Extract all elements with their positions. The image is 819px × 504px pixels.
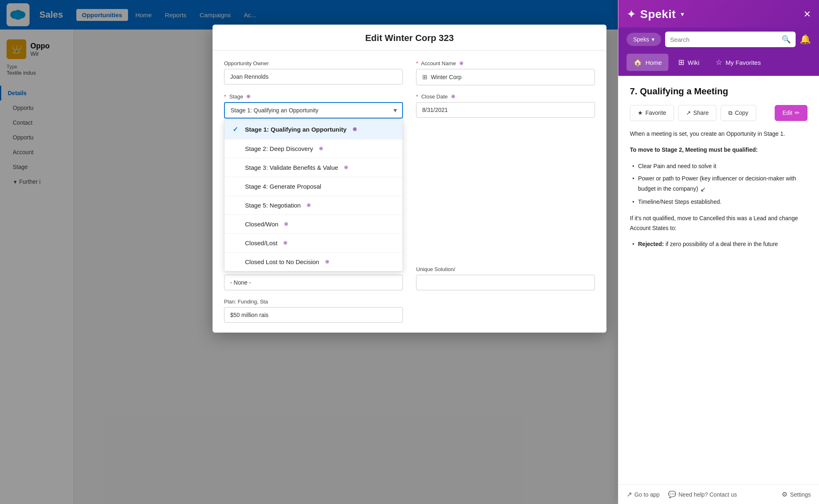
favorite-icon: ★ bbox=[638, 109, 643, 116]
bullet-item-2: Power or path to Power (key influencer o… bbox=[630, 174, 808, 195]
plan-funding-input[interactable] bbox=[224, 307, 403, 323]
modal-header: Edit Winter Corp 323 bbox=[213, 25, 606, 50]
spekit-footer: ↗ Go to app 💬 Need help? Contact us ⚙ Se… bbox=[618, 484, 819, 504]
spekit-speks-button[interactable]: Speks ▾ bbox=[627, 33, 661, 46]
stage-select-wrapper: Stage 1: Qualifying an Opportunity Stage… bbox=[224, 102, 403, 119]
copy-label: Copy bbox=[735, 109, 748, 116]
share-label: Share bbox=[693, 109, 709, 116]
dropdown-item-stage2[interactable]: Stage 2: Deep Discovery ❋ bbox=[224, 139, 403, 158]
spekit-tab-wiki[interactable]: ⊞ Wiki bbox=[672, 54, 706, 71]
plan-funding-label: Plan: Funding, Sta bbox=[224, 299, 403, 305]
stage-group: * Stage ❋ Stage 1: Qualifying an Opportu… bbox=[224, 94, 403, 119]
stage-select[interactable]: Stage 1: Qualifying an Opportunity Stage… bbox=[224, 102, 403, 119]
settings-label: Settings bbox=[790, 491, 811, 498]
account-name-label: * Account Name ❋ bbox=[416, 60, 595, 66]
article-action-buttons: ★ Favorite ↗ Share ⧉ Copy Edit ✏ bbox=[630, 105, 808, 121]
close-date-input[interactable] bbox=[416, 102, 595, 118]
edit-button[interactable]: Edit ✏ bbox=[775, 105, 808, 121]
need-help-link[interactable]: 💬 Need help? Contact us bbox=[668, 490, 737, 498]
share-icon: ↗ bbox=[686, 109, 691, 116]
favorites-icon: ☆ bbox=[716, 58, 722, 67]
unique-solution-input[interactable] bbox=[416, 275, 595, 290]
external-link-icon: ↗ bbox=[627, 490, 632, 498]
spekit-chevron-icon: ▾ bbox=[681, 10, 684, 18]
article-body-para2: To move to Stage 2, Meeting must be qual… bbox=[630, 145, 808, 155]
unique-solution-group: Unique Solution/ bbox=[416, 266, 595, 290]
favorite-button[interactable]: ★ Favorite bbox=[630, 105, 674, 121]
dropdown-item-closed-won[interactable]: Closed/Won ❋ bbox=[224, 215, 403, 234]
spekit-header: ✦ Spekit ▾ ✕ bbox=[618, 0, 819, 27]
dropdown-item-stage4[interactable]: Stage 4: Generate Proposal bbox=[224, 177, 403, 196]
spekit-nav-tabs: 🏠 Home ⊞ Wiki ☆ My Favorites bbox=[618, 54, 819, 76]
stage-dropdown: ✓ Stage 1: Qualifying an Opportunity ❋ S… bbox=[224, 119, 403, 271]
go-to-app-link[interactable]: ↗ Go to app bbox=[627, 490, 660, 498]
speks-chevron-icon: ▾ bbox=[652, 36, 654, 43]
spekit-search-area: Speks ▾ 🔍 🔔 bbox=[618, 27, 819, 54]
opportunity-owner-input[interactable] bbox=[224, 69, 403, 84]
dropdown-item-stage5[interactable]: Stage 5: Negotiation ❋ bbox=[224, 196, 403, 215]
account-name-group: * Account Name ❋ ⊞ Winter Corp bbox=[416, 60, 595, 85]
edit-label: Edit bbox=[782, 109, 792, 116]
spekit-panel: ✦ Spekit ▾ ✕ Speks ▾ 🔍 🔔 🏠 Home ⊞ Wiki ☆… bbox=[618, 0, 819, 504]
spekit-search-icon: 🔍 bbox=[782, 35, 791, 44]
bullet-item-rejected: Rejected: if zero possibility of a deal … bbox=[630, 239, 808, 249]
dropdown-item-closed-lost[interactable]: Closed/Lost ❋ bbox=[224, 234, 403, 253]
opportunity-owner-group: Opportunity Owner bbox=[224, 60, 403, 85]
plan-funding-group: Plan: Funding, Sta bbox=[224, 299, 403, 323]
home-icon: 🏠 bbox=[633, 58, 642, 67]
dropdown-item-stage1[interactable]: ✓ Stage 1: Qualifying an Opportunity ❋ bbox=[224, 120, 403, 139]
spekit-brand-name: Spekit bbox=[640, 8, 676, 21]
article-body-para3: If it's not qualified, move to Cancelled… bbox=[630, 214, 808, 233]
spekit-tab-favorites-label: My Favorites bbox=[725, 59, 761, 66]
spekit-search-wrapper: 🔍 bbox=[665, 32, 796, 47]
spekit-logo-area: ✦ Spekit ▾ bbox=[627, 7, 684, 21]
dropdown-item-closed-no-decision[interactable]: Closed Lost to No Decision ❋ bbox=[224, 253, 403, 271]
settings-link[interactable]: ⚙ Settings bbox=[782, 490, 811, 498]
spekit-content: 7. Qualifying a Meeting ★ Favorite ↗ Sha… bbox=[618, 76, 819, 484]
share-button[interactable]: ↗ Share bbox=[678, 105, 716, 121]
spekit-tab-favorites[interactable]: ☆ My Favorites bbox=[709, 54, 767, 71]
spekit-tab-wiki-label: Wiki bbox=[688, 59, 699, 66]
edit-pencil-icon: ✏ bbox=[795, 109, 800, 116]
bullet-item-3: Timeline/Nest Steps established. bbox=[630, 197, 808, 207]
article-title: 7. Qualifying a Meeting bbox=[630, 86, 808, 98]
modal-body: Opportunity Owner * Account Name ❋ ⊞ Win… bbox=[213, 50, 606, 333]
opportunity-owner-label: Opportunity Owner bbox=[224, 60, 403, 66]
edit-modal: Edit Winter Corp 323 Opportunity Owner *… bbox=[213, 25, 606, 333]
copy-icon: ⧉ bbox=[728, 109, 732, 116]
close-date-label: * Close Date ❋ bbox=[416, 94, 595, 100]
chat-icon: 💬 bbox=[668, 490, 676, 498]
wiki-icon: ⊞ bbox=[678, 58, 684, 67]
article-bullet-list: Clear Pain and need to solve it Power or… bbox=[630, 162, 808, 207]
article-body-para1: When a meeting is set, you create an Opp… bbox=[630, 129, 808, 139]
copy-button[interactable]: ⧉ Copy bbox=[721, 105, 756, 121]
checkmark-icon: ✓ bbox=[233, 125, 241, 133]
go-to-app-label: Go to app bbox=[634, 491, 660, 498]
article-bullet-list-2: Rejected: if zero possibility of a deal … bbox=[630, 239, 808, 249]
spekit-close-button[interactable]: ✕ bbox=[803, 10, 811, 19]
settings-gear-icon: ⚙ bbox=[782, 490, 787, 498]
spekit-tab-home-label: Home bbox=[645, 59, 662, 66]
bullet-item-1: Clear Pain and need to solve it bbox=[630, 162, 808, 171]
spekit-star-icon: ✦ bbox=[627, 7, 636, 21]
speks-label: Speks bbox=[633, 36, 649, 43]
close-date-group: * Close Date ❋ bbox=[416, 94, 595, 119]
spekit-tab-home[interactable]: 🏠 Home bbox=[627, 54, 668, 71]
account-name-input[interactable]: ⊞ Winter Corp bbox=[416, 69, 595, 85]
unique-solution-label: Unique Solution/ bbox=[416, 266, 595, 272]
stage-label: * Stage ❋ bbox=[224, 94, 403, 100]
spekit-search-input[interactable] bbox=[670, 36, 778, 43]
favorite-label: Favorite bbox=[645, 109, 666, 116]
amount-input[interactable] bbox=[224, 275, 403, 290]
spekit-notification-button[interactable]: 🔔 bbox=[800, 34, 811, 45]
modal-title: Edit Winter Corp 323 bbox=[224, 33, 595, 43]
dropdown-item-stage3[interactable]: Stage 3: Validate Benefits & Value ❋ bbox=[224, 158, 403, 177]
need-help-label: Need help? Contact us bbox=[679, 491, 737, 498]
